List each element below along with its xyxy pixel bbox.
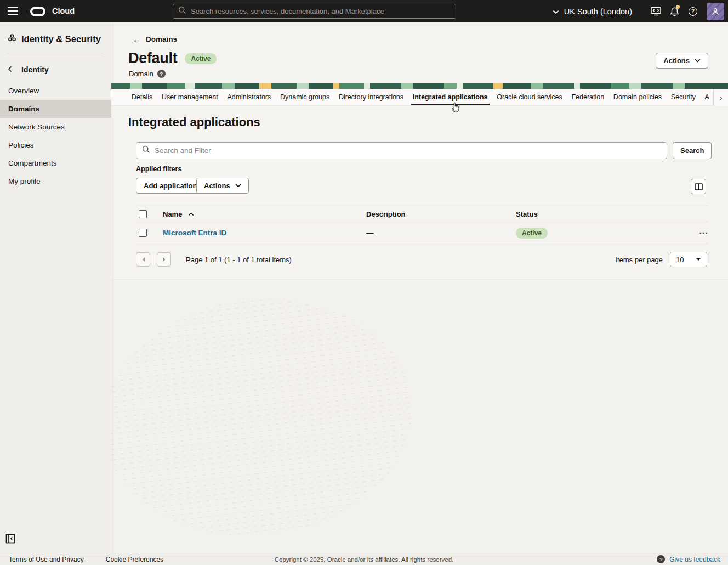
feedback-link[interactable]: Give us feedback (669, 556, 720, 563)
collapse-sidebar-icon[interactable] (5, 534, 15, 546)
table-row: Microsoft Entra ID — Active ⋯ (136, 222, 708, 244)
chevron-down-icon (235, 184, 241, 188)
sidebar-item-policies[interactable]: Policies (0, 136, 111, 154)
manage-columns-button[interactable] (691, 179, 706, 194)
items-per-page-label: Items per page (615, 256, 663, 264)
notification-dot (676, 5, 680, 9)
tab-security[interactable]: Security (671, 89, 696, 105)
terms-link[interactable]: Terms of Use and Privacy (9, 556, 84, 563)
page-title: Default (128, 50, 177, 67)
search-icon (142, 145, 150, 156)
hamburger-menu-icon[interactable] (8, 7, 18, 15)
sidebar-title: Identity & Security (8, 33, 103, 44)
tab-oracle-cloud-services[interactable]: Oracle cloud services (497, 89, 562, 105)
row-overflow-menu[interactable]: ⋯ (685, 228, 708, 238)
brand-label: Cloud (52, 0, 75, 22)
sidebar-item-network-sources[interactable]: Network Sources (0, 118, 111, 136)
cloud-shell-button[interactable] (646, 0, 665, 22)
select-all-checkbox[interactable] (139, 210, 147, 218)
table-actions-label: Actions (204, 182, 230, 190)
sort-ascending-icon (188, 212, 194, 216)
region-selector[interactable]: UK South (London) (553, 7, 632, 16)
footer: Terms of Use and Privacy Cookie Preferen… (0, 553, 728, 565)
column-header-name[interactable]: Name (163, 210, 366, 218)
table-actions-button[interactable]: Actions (196, 178, 249, 194)
sidebar-item-overview[interactable]: Overview (0, 82, 111, 100)
sidebar-section-label: Identity (21, 65, 49, 74)
global-search-input[interactable] (191, 7, 451, 15)
domain-help-icon[interactable]: ? (157, 70, 166, 78)
applied-filters-label: Applied filters (136, 165, 181, 173)
application-description: — (366, 229, 516, 237)
help-icon: ? (689, 7, 697, 16)
column-header-status[interactable]: Status (516, 210, 685, 218)
next-page-button[interactable] (157, 252, 171, 267)
breadcrumb-label: Domains (146, 35, 177, 43)
notifications-button[interactable] (665, 0, 684, 22)
region-label: UK South (London) (564, 7, 632, 16)
tab-administrators[interactable]: Administrators (227, 89, 271, 105)
sidebar-section-identity[interactable]: Identity (0, 65, 111, 74)
tab-bar: Details User management Administrators D… (111, 89, 728, 106)
oracle-logo-icon (30, 7, 46, 16)
title-row: Default Active (128, 50, 217, 67)
tab-directory-integrations[interactable]: Directory integrations (339, 89, 403, 105)
identity-security-icon (8, 33, 16, 44)
search-and-filter-field[interactable] (136, 142, 667, 159)
previous-page-button[interactable] (136, 252, 150, 267)
search-and-filter-input[interactable] (155, 146, 661, 155)
row-status-badge: Active (516, 228, 548, 239)
decorative-banner (111, 83, 728, 89)
background-watermark (111, 281, 426, 553)
sidebar-item-my-profile[interactable]: My profile (0, 172, 111, 190)
top-navigation-bar: Cloud UK South (London) ? (0, 0, 728, 22)
search-icon (178, 6, 186, 16)
tab-integrated-applications[interactable]: Integrated applications (413, 89, 488, 105)
sidebar-divider (8, 53, 103, 53)
tab-truncated[interactable]: A (705, 89, 709, 105)
pagination-bar: Page 1 of 1 (1 - 1 of 1 total items) Ite… (136, 248, 708, 270)
pagination-summary: Page 1 of 1 (1 - 1 of 1 total items) (186, 256, 292, 264)
tab-dynamic-groups[interactable]: Dynamic groups (280, 89, 329, 105)
sidebar-item-domains[interactable]: Domains (0, 100, 111, 118)
chevron-left-icon (8, 65, 12, 74)
name-column-label: Name (163, 210, 182, 218)
items-per-page-select[interactable]: 10 (670, 252, 707, 267)
tab-details[interactable]: Details (132, 89, 152, 105)
search-button-label: Search (680, 146, 704, 155)
search-button[interactable]: Search (673, 142, 712, 159)
subtitle-row: Domain ? (129, 70, 166, 78)
sidebar-item-compartments[interactable]: Compartments (0, 154, 111, 172)
mouse-cursor-icon (451, 102, 459, 115)
page-actions-label: Actions (663, 56, 690, 65)
copyright-text: Copyright © 2025, Oracle and/or its affi… (275, 556, 454, 563)
resource-type-label: Domain (129, 70, 153, 78)
chevron-down-icon (696, 258, 701, 261)
page-actions-button[interactable]: Actions (656, 53, 708, 69)
add-application-label: Add application (144, 182, 197, 190)
global-search[interactable] (173, 4, 456, 19)
breadcrumb[interactable]: ← Domains (133, 35, 177, 44)
cookie-preferences-link[interactable]: Cookie Preferences (106, 556, 163, 563)
back-arrow-icon: ← (133, 35, 141, 44)
add-application-button[interactable]: Add application (136, 178, 205, 194)
columns-icon (695, 183, 703, 190)
tab-scroll-right-button[interactable]: › (713, 89, 728, 106)
help-button[interactable]: ? (684, 0, 702, 22)
chevron-down-icon (695, 59, 701, 63)
tab-user-management[interactable]: User management (162, 89, 218, 105)
items-per-page-group: Items per page 10 (615, 252, 708, 267)
tab-domain-policies[interactable]: Domain policies (613, 89, 662, 105)
applications-table: Name Description Status Microsoft Entra … (136, 206, 708, 244)
topbar-right-cluster: UK South (London) ? (553, 0, 724, 22)
application-name-link[interactable]: Microsoft Entra ID (163, 229, 366, 237)
tab-federation[interactable]: Federation (571, 89, 604, 105)
profile-avatar[interactable] (707, 3, 724, 20)
sidebar-title-label: Identity & Security (21, 34, 101, 44)
main-content: ← Domains Default Active Domain ? Action… (111, 22, 728, 553)
table-header-row: Name Description Status (136, 206, 708, 222)
row-checkbox[interactable] (139, 229, 147, 237)
content-divider (111, 279, 728, 280)
chevron-down-icon (553, 7, 559, 16)
column-header-description[interactable]: Description (366, 210, 516, 218)
